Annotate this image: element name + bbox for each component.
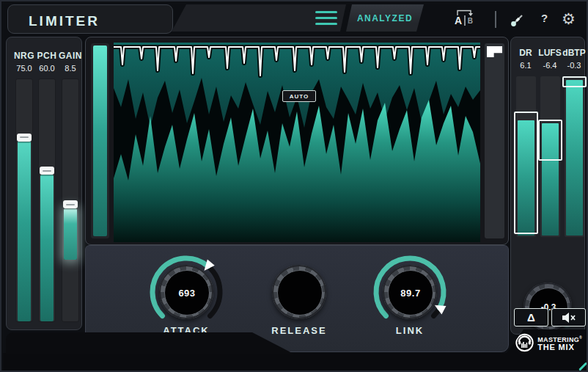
- meter-track-dr: [516, 76, 536, 237]
- mute-speaker-icon: [561, 312, 577, 324]
- knob-body-link[interactable]: 89.7: [383, 265, 437, 319]
- knob-attack[interactable]: 693: [146, 252, 227, 332]
- knob-body-attack[interactable]: 693: [159, 265, 213, 319]
- analyzed-tab[interactable]: ANALYZED: [346, 4, 424, 32]
- delta-icon: Δ: [527, 312, 535, 323]
- meter-range-bracket-dbtp[interactable]: [562, 76, 587, 87]
- slider-handle-gain[interactable]: [63, 200, 78, 208]
- slider-track-gain[interactable]: [62, 79, 79, 322]
- meter-value-pch: 60.0: [34, 64, 59, 73]
- meter-label-dbtp: dBTP: [560, 48, 588, 58]
- knob-label-release: RELEASE: [255, 325, 343, 336]
- bottom-tray: [6, 332, 301, 354]
- ab-a-label: A: [455, 15, 462, 26]
- slider-handle-pch[interactable]: [40, 167, 54, 175]
- auto-label: AUTO: [290, 93, 309, 100]
- waveform-display[interactable]: [114, 43, 480, 242]
- input-controls-panel: NRG75.0PCH60.0GAIN8.5: [6, 37, 82, 330]
- brush-icon[interactable]: [510, 12, 526, 29]
- meter-label-gain: GAIN: [58, 51, 83, 61]
- analyzed-label: ANALYZED: [357, 13, 413, 23]
- title-panel: LIMITER: [7, 4, 173, 34]
- meter-value-nrg: 75.0: [12, 64, 37, 73]
- waveform-chart: [114, 43, 480, 242]
- toolbar-divider: [495, 11, 496, 28]
- knob-value-link: 89.7: [388, 270, 433, 316]
- slider-track-nrg[interactable]: [15, 79, 33, 322]
- ab-compare-button[interactable]: A B: [455, 10, 479, 30]
- gear-icon[interactable]: ⚙: [562, 9, 576, 29]
- meter-label-pch: PCH: [34, 51, 59, 61]
- ab-divider: [464, 15, 466, 26]
- knob-link[interactable]: 89.7: [370, 252, 450, 332]
- knob-release[interactable]: [259, 252, 339, 332]
- input-level-meter[interactable]: [91, 43, 109, 238]
- knob-value-attack: 693: [164, 270, 210, 316]
- knob-value-release: [277, 270, 323, 316]
- meter-label-nrg: NRG: [12, 51, 37, 61]
- meter-track-dbtp: [565, 76, 584, 237]
- input-level-fill: [93, 45, 107, 236]
- slider-fill-pch: [40, 175, 54, 321]
- page-title: LIMITER: [29, 13, 100, 29]
- slider-track-pch[interactable]: [38, 79, 56, 322]
- meter-fill-dbtp: [566, 80, 583, 236]
- brand-text: MASTERING® THE MIX: [537, 334, 582, 351]
- bottom-bar: [3, 353, 588, 372]
- slider-handle-nrg[interactable]: [17, 134, 32, 142]
- slider-fill-nrg: [18, 141, 31, 321]
- ab-b-label: B: [468, 17, 473, 26]
- threshold-slider-handle[interactable]: [487, 46, 502, 57]
- help-button[interactable]: ?: [541, 12, 548, 24]
- meter-track-lufs: [540, 76, 560, 237]
- mute-button[interactable]: [551, 308, 586, 327]
- limiter-plugin-window: LIMITER ALL AROUND ANALYZED A B ? ⚙ NRG7…: [0, 0, 588, 372]
- threshold-slider[interactable]: [485, 43, 504, 238]
- menu-icon[interactable]: [315, 11, 337, 25]
- meter-range-bracket-dr[interactable]: [514, 112, 538, 234]
- knob-label-link: LINK: [366, 325, 454, 336]
- release-auto-button[interactable]: AUTO: [282, 90, 316, 102]
- slider-fill-gain: [64, 208, 77, 260]
- knob-body-release[interactable]: [272, 265, 326, 319]
- waveform-display-frame: [85, 37, 509, 245]
- delta-listen-button[interactable]: Δ: [514, 308, 548, 327]
- meter-range-bracket-lufs[interactable]: [538, 120, 562, 161]
- meter-value-dbtp: -0.3: [560, 61, 588, 70]
- meter-value-gain: 8.5: [58, 64, 83, 73]
